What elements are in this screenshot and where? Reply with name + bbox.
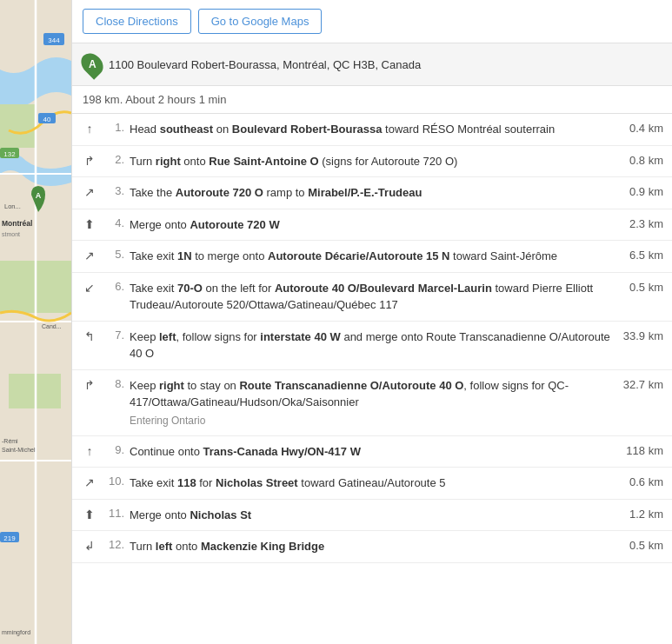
svg-text:132: 132 (3, 150, 16, 158)
direction-icon-5: ↗ (81, 248, 98, 262)
list-item: ↗10.Take exit 118 for Nicholas Street to… (72, 468, 672, 500)
step-number-3: 3. (103, 184, 124, 197)
list-item: ↗3.Take the Autoroute 720 O ramp to Mira… (72, 177, 672, 209)
direction-icon-2: ↱ (81, 153, 98, 168)
svg-rect-1 (0, 104, 35, 148)
start-address-text: 1100 Boulevard Robert-Bourassa, Montréal… (109, 58, 421, 71)
directions-list: ↑1.Head southeast on Boulevard Robert-Bo… (72, 114, 672, 563)
directions-panel: Close Directions Go to Google Maps A 110… (71, 0, 672, 644)
step-distance-10: 0.6 km (615, 475, 663, 488)
step-number-1: 1. (103, 121, 124, 134)
route-summary: 198 km. About 2 hours 1 min (72, 86, 672, 114)
direction-icon-8: ↱ (81, 377, 98, 392)
step-text-8: Keep right to stay on Route Transcanadie… (130, 377, 610, 428)
step-distance-1: 0.4 km (615, 121, 663, 135)
direction-icon-10: ↗ (81, 475, 98, 489)
svg-text:-Rémi: -Rémi (2, 438, 18, 444)
list-item: ↱8.Keep right to stay on Route Transcana… (72, 370, 672, 436)
list-item: ↑1.Head southeast on Boulevard Robert-Bo… (72, 114, 672, 146)
step-text-7: Keep left, follow signs for interstate 4… (130, 329, 610, 362)
step-number-9: 9. (103, 443, 124, 456)
step-text-9: Continue onto Trans-Canada Hwy/ON-417 W (130, 443, 610, 461)
header-buttons: Close Directions Go to Google Maps (72, 0, 672, 43)
step-number-11: 11. (103, 507, 124, 520)
svg-text:Cand...: Cand... (42, 323, 62, 329)
svg-text:Montréal: Montréal (2, 219, 32, 228)
step-text-2: Turn right onto Rue Saint-Antoine O (sig… (130, 153, 610, 170)
step-number-8: 8. (103, 377, 124, 390)
list-item: ⬆4.Merge onto Autoroute 720 W2.3 km (72, 209, 672, 242)
step-text-5: Take exit 1N to merge onto Autoroute Déc… (130, 248, 610, 265)
step-number-10: 10. (103, 475, 124, 488)
step-number-2: 2. (103, 153, 124, 166)
step-text-4: Merge onto Autoroute 720 W (130, 216, 610, 234)
step-distance-3: 0.9 km (615, 184, 663, 198)
svg-text:40: 40 (43, 116, 51, 123)
svg-text:Saint-Michel: Saint-Michel (2, 447, 36, 453)
close-directions-button[interactable]: Close Directions (83, 9, 191, 34)
direction-icon-11: ⬆ (81, 507, 98, 521)
svg-text:mmingford: mmingford (2, 629, 30, 636)
step-distance-4: 2.3 km (615, 216, 663, 230)
list-item: ↗5.Take exit 1N to merge onto Autoroute … (72, 241, 672, 273)
direction-icon-9: ↑ (81, 443, 98, 458)
svg-text:344: 344 (48, 37, 60, 44)
svg-text:219: 219 (3, 534, 16, 542)
step-number-7: 7. (103, 329, 124, 342)
step-text-6: Take exit 70-O on the left for Autoroute… (130, 280, 610, 314)
svg-text:stmont: stmont (2, 231, 20, 237)
step-distance-6: 0.5 km (615, 280, 663, 294)
direction-icon-6: ↙ (81, 280, 98, 295)
direction-icon-4: ⬆ (81, 216, 98, 231)
step-number-4: 4. (103, 216, 124, 229)
svg-text:Lon...: Lon... (4, 202, 21, 210)
list-item: ↙6.Take exit 70-O on the left for Autoro… (72, 273, 672, 322)
step-text-11: Merge onto Nicholas St (130, 507, 610, 524)
step-text-12: Turn left onto Mackenzie King Bridge (130, 538, 610, 555)
google-maps-button[interactable]: Go to Google Maps (198, 9, 323, 34)
step-distance-9: 118 km (615, 443, 663, 457)
step-text-1: Head southeast on Boulevard Robert-Boura… (130, 121, 610, 138)
direction-icon-1: ↑ (81, 121, 98, 136)
start-address: A 1100 Boulevard Robert-Bourassa, Montré… (72, 43, 672, 86)
step-number-12: 12. (103, 538, 124, 551)
step-distance-7: 33.9 km (615, 329, 663, 342)
direction-icon-7: ↰ (81, 329, 98, 343)
list-item: ↰7.Keep left, follow signs for interstat… (72, 322, 672, 370)
step-distance-11: 1.2 km (615, 507, 663, 521)
step-distance-2: 0.8 km (615, 153, 663, 167)
list-item: ⬆11.Merge onto Nicholas St1.2 km (72, 500, 672, 532)
step-distance-8: 32.7 km (615, 377, 663, 391)
step-number-6: 6. (103, 280, 124, 293)
marker-a-icon: A (77, 49, 107, 79)
list-item: ↲12.Turn left onto Mackenzie King Bridge… (72, 531, 672, 563)
list-item: ↑9.Continue onto Trans-Canada Hwy/ON-417… (72, 436, 672, 468)
map-panel: 344 40 132 219 Lon... Montréal stmont A … (0, 0, 71, 644)
direction-icon-3: ↗ (81, 184, 98, 199)
direction-icon-12: ↲ (81, 538, 98, 553)
step-number-5: 5. (103, 248, 124, 261)
step-distance-5: 6.5 km (615, 248, 663, 262)
marker-label: A (89, 58, 96, 70)
svg-text:A: A (36, 191, 42, 200)
step-distance-12: 0.5 km (615, 538, 663, 552)
step-text-3: Take the Autoroute 720 O ramp to Mirabel… (130, 184, 610, 202)
step-text-10: Take exit 118 for Nicholas Street toward… (130, 475, 610, 492)
list-item: ↱2.Turn right onto Rue Saint-Antoine O (… (72, 146, 672, 178)
